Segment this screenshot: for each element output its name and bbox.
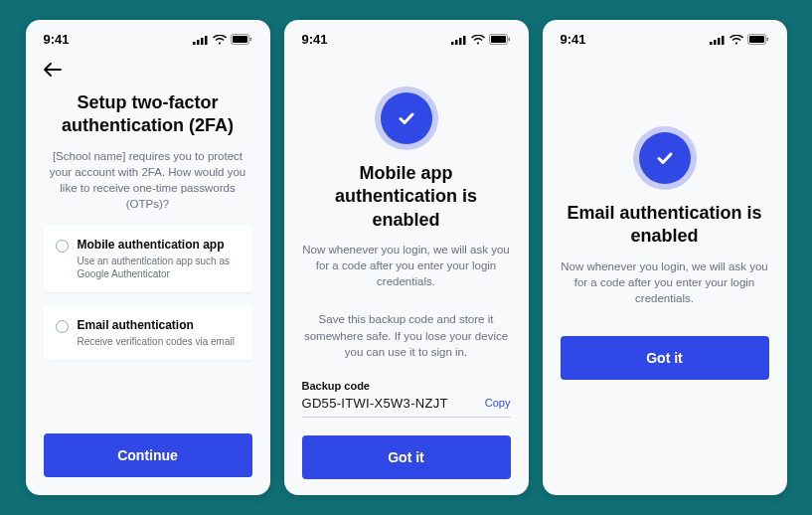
svg-rect-15 — [714, 40, 717, 45]
backup-code-value: GD55-ITWI-X5W3-NZJT — [302, 396, 448, 411]
svg-rect-19 — [749, 36, 764, 43]
wifi-icon — [730, 35, 743, 45]
status-icons — [193, 34, 252, 45]
backup-code-label: Backup code — [302, 380, 511, 392]
svg-rect-2 — [201, 38, 204, 45]
page-title: Setup two-factor authentication (2FA) — [44, 91, 252, 138]
svg-rect-1 — [197, 40, 200, 45]
svg-rect-9 — [459, 38, 462, 45]
svg-rect-10 — [463, 36, 466, 45]
status-time: 9:41 — [302, 32, 328, 47]
signal-icon — [451, 35, 467, 45]
screen-setup-2fa: 9:41 Setup two-factor authentication (2F… — [26, 20, 270, 495]
check-icon — [654, 147, 676, 169]
svg-rect-12 — [491, 36, 506, 43]
signal-icon — [710, 35, 726, 45]
option-mobile-app[interactable]: Mobile authentication app Use an authent… — [44, 226, 252, 292]
got-it-button[interactable]: Got it — [302, 435, 511, 479]
status-time: 9:41 — [561, 32, 586, 47]
option-title: Email authentication — [78, 318, 241, 332]
page-subtitle-secondary: Save this backup code and store it somew… — [302, 311, 511, 359]
status-icons — [451, 34, 511, 45]
svg-rect-8 — [455, 40, 458, 45]
status-icons — [710, 34, 769, 45]
battery-icon — [747, 34, 769, 45]
battery-icon — [489, 34, 511, 45]
wifi-icon — [471, 35, 485, 45]
radio-icon — [56, 320, 69, 333]
status-bar: 9:41 — [26, 20, 270, 53]
signal-icon — [193, 35, 209, 45]
svg-rect-6 — [249, 38, 251, 42]
svg-rect-17 — [722, 36, 725, 45]
svg-rect-16 — [718, 38, 721, 45]
option-title: Mobile authentication app — [78, 238, 241, 252]
page-title: Email authentication is enabled — [561, 202, 769, 249]
copy-button[interactable]: Copy — [485, 397, 511, 409]
backup-code-row: GD55-ITWI-X5W3-NZJT Copy — [302, 396, 511, 418]
svg-rect-13 — [508, 38, 510, 42]
wifi-icon — [213, 35, 227, 45]
success-badge — [639, 132, 691, 184]
svg-rect-5 — [233, 36, 247, 43]
continue-button[interactable]: Continue — [44, 433, 252, 477]
svg-rect-7 — [451, 42, 454, 45]
page-subtitle: Now whenever you login, we will ask you … — [302, 242, 511, 289]
back-button[interactable] — [26, 53, 270, 82]
svg-rect-0 — [193, 42, 196, 45]
screen-mobile-enabled: 9:41 Mobile app authentication is enable… — [284, 20, 529, 495]
arrow-left-icon — [44, 63, 62, 77]
option-desc: Use an authentication app such as Google… — [78, 255, 241, 280]
option-desc: Receive verification codes via email — [78, 335, 241, 348]
svg-rect-14 — [710, 42, 713, 45]
battery-icon — [231, 34, 252, 45]
status-bar: 9:41 — [543, 20, 787, 53]
page-subtitle: [School name] requires you to protect yo… — [44, 148, 252, 212]
success-badge — [381, 92, 432, 144]
page-subtitle: Now whenever you login, we will ask you … — [561, 258, 769, 306]
status-time: 9:41 — [44, 32, 70, 47]
svg-rect-20 — [766, 38, 768, 42]
check-icon — [396, 107, 417, 129]
option-email[interactable]: Email authentication Receive verificatio… — [44, 306, 252, 360]
status-bar: 9:41 — [284, 20, 529, 53]
got-it-button[interactable]: Got it — [561, 336, 769, 380]
svg-rect-3 — [205, 36, 208, 45]
page-title: Mobile app authentication is enabled — [302, 162, 511, 232]
radio-icon — [56, 240, 69, 253]
screen-email-enabled: 9:41 Email authentication is enabled Now… — [543, 20, 787, 495]
